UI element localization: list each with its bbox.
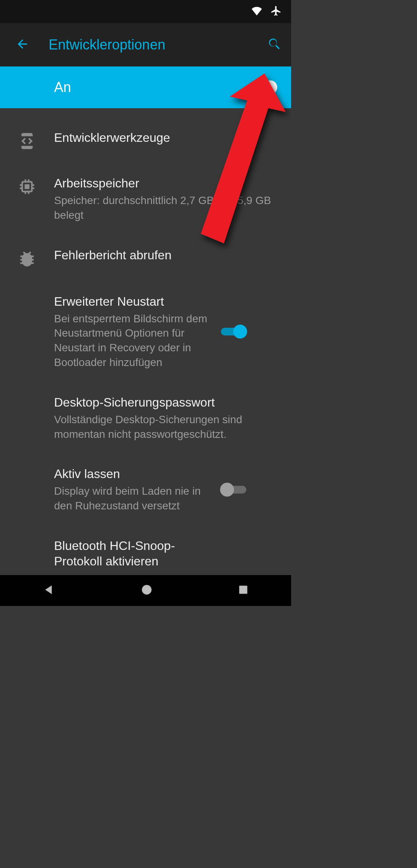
svg-point-1 [142, 585, 151, 595]
row-title: Aktiv lassen [54, 466, 210, 482]
svg-rect-2 [239, 586, 247, 594]
page-title: Entwickleroptionen [49, 37, 267, 53]
developer-mode-icon [0, 130, 54, 151]
nav-home-icon[interactable] [141, 584, 153, 597]
row-advanced-restart[interactable]: Erweiterter Neustart Bei entsperrtem Bil… [0, 281, 291, 382]
master-toggle-label: An [54, 79, 249, 95]
row-subtitle: Bei entsperrtem Bildschirm dem Neustartm… [54, 311, 210, 370]
row-title: Fehlerbericht abrufen [54, 247, 276, 263]
row-bt-hci-snoop[interactable]: Bluetooth HCI-Snoop-Protokoll aktivieren [0, 526, 291, 572]
row-title: Arbeitsspeicher [54, 175, 276, 191]
toggle-switch[interactable] [219, 324, 248, 339]
row-memory[interactable]: Arbeitsspeicher Speicher: durchschnittli… [0, 163, 291, 235]
row-title: Erweiterter Neustart [54, 294, 210, 309]
row-bug-report[interactable]: Fehlerbericht abrufen [0, 235, 291, 281]
wifi-icon [251, 6, 263, 17]
airplane-mode-icon [270, 5, 282, 18]
back-arrow-icon[interactable] [15, 37, 29, 53]
bug-icon [0, 247, 54, 269]
nav-recent-icon[interactable] [238, 584, 249, 597]
system-nav-bar [0, 575, 291, 606]
toggle-switch[interactable] [219, 482, 248, 497]
developer-options-master-toggle[interactable]: An [0, 66, 291, 108]
row-title: Desktop-Sicherungspasswort [54, 395, 276, 410]
memory-chip-icon [0, 175, 54, 196]
toggle-switch[interactable] [249, 80, 278, 95]
row-desktop-backup-password[interactable]: Desktop-Sicherungspasswort Vollständige … [0, 382, 291, 454]
row-title: Entwicklerwerkzeuge [54, 130, 276, 145]
app-bar: Entwickleroptionen [0, 23, 291, 66]
row-dev-tools[interactable]: Entwicklerwerkzeuge [0, 117, 291, 163]
search-icon[interactable] [267, 37, 282, 53]
nav-back-icon[interactable] [42, 583, 56, 598]
settings-list: Entwicklerwerkzeuge Arbeitsspeicher Spei… [0, 108, 291, 572]
row-title: Bluetooth HCI-Snoop-Protokoll aktivieren [54, 538, 218, 569]
row-subtitle: Speicher: durchschnittlich 2,7 GB von 5,… [54, 193, 276, 223]
status-bar [0, 0, 291, 23]
row-stay-awake[interactable]: Aktiv lassen Display wird beim Laden nie… [0, 454, 291, 526]
row-subtitle: Display wird beim Laden nie in den Ruhez… [54, 484, 210, 513]
row-subtitle: Vollständige Desktop-Sicherungen sind mo… [54, 412, 276, 442]
